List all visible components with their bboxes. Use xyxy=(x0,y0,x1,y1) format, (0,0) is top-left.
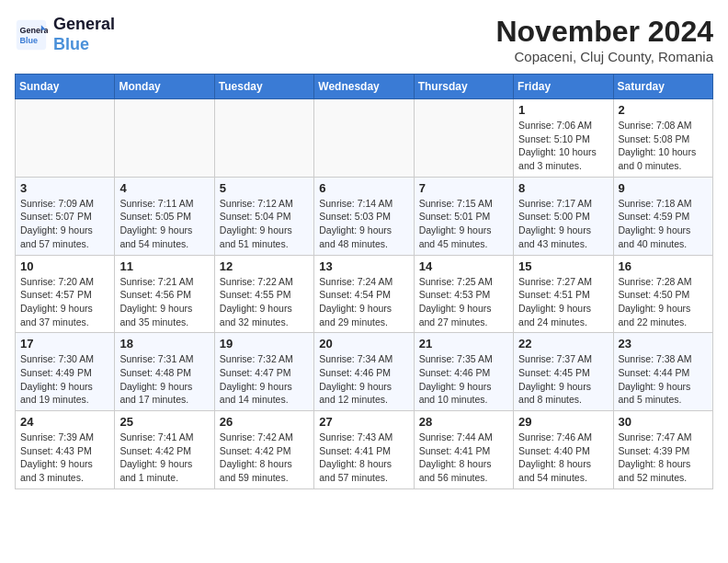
day-number: 18 xyxy=(119,337,209,350)
calendar-cell: 6Sunrise: 7:14 AM Sunset: 5:03 PM Daylig… xyxy=(314,177,414,255)
day-info: Sunrise: 7:43 AM Sunset: 4:41 PM Dayligh… xyxy=(319,431,408,485)
day-number: 6 xyxy=(319,181,408,195)
calendar-header-row: SundayMondayTuesdayWednesdayThursdayFrid… xyxy=(16,75,713,99)
calendar-week-row: 3Sunrise: 7:09 AM Sunset: 5:07 PM Daylig… xyxy=(16,177,713,255)
day-number: 13 xyxy=(319,259,408,273)
calendar-cell: 26Sunrise: 7:42 AM Sunset: 4:42 PM Dayli… xyxy=(214,411,313,489)
day-info: Sunrise: 7:17 AM Sunset: 5:00 PM Dayligh… xyxy=(518,197,608,251)
day-number: 12 xyxy=(220,259,309,273)
day-number: 10 xyxy=(20,259,109,273)
calendar-cell: 11Sunrise: 7:21 AM Sunset: 4:56 PM Dayli… xyxy=(115,255,214,333)
calendar-cell xyxy=(414,99,513,178)
logo: General Blue GeneralBlue xyxy=(15,15,115,54)
calendar-week-row: 1Sunrise: 7:06 AM Sunset: 5:10 PM Daylig… xyxy=(16,99,713,178)
weekday-header: Wednesday xyxy=(314,75,414,99)
calendar-cell: 24Sunrise: 7:39 AM Sunset: 4:43 PM Dayli… xyxy=(16,411,115,489)
day-number: 8 xyxy=(518,181,608,195)
day-number: 26 xyxy=(220,415,309,429)
calendar-cell: 22Sunrise: 7:37 AM Sunset: 4:45 PM Dayli… xyxy=(514,333,613,411)
day-info: Sunrise: 7:12 AM Sunset: 5:04 PM Dayligh… xyxy=(220,197,309,251)
calendar-cell: 4Sunrise: 7:11 AM Sunset: 5:05 PM Daylig… xyxy=(115,177,214,255)
day-number: 30 xyxy=(619,415,708,429)
calendar-cell: 16Sunrise: 7:28 AM Sunset: 4:50 PM Dayli… xyxy=(613,255,712,333)
calendar-week-row: 10Sunrise: 7:20 AM Sunset: 4:57 PM Dayli… xyxy=(16,255,713,333)
calendar: SundayMondayTuesdayWednesdayThursdayFrid… xyxy=(15,74,713,489)
weekday-header: Saturday xyxy=(613,75,712,99)
day-info: Sunrise: 7:42 AM Sunset: 4:42 PM Dayligh… xyxy=(220,431,309,485)
calendar-cell: 27Sunrise: 7:43 AM Sunset: 4:41 PM Dayli… xyxy=(314,411,414,489)
day-info: Sunrise: 7:39 AM Sunset: 4:43 PM Dayligh… xyxy=(20,431,109,485)
day-info: Sunrise: 7:30 AM Sunset: 4:49 PM Dayligh… xyxy=(20,352,109,407)
weekday-header: Sunday xyxy=(16,75,115,99)
day-info: Sunrise: 7:47 AM Sunset: 4:39 PM Dayligh… xyxy=(619,431,708,485)
day-info: Sunrise: 7:15 AM Sunset: 5:01 PM Dayligh… xyxy=(419,197,508,251)
day-info: Sunrise: 7:08 AM Sunset: 5:08 PM Dayligh… xyxy=(619,119,708,173)
day-info: Sunrise: 7:21 AM Sunset: 4:56 PM Dayligh… xyxy=(119,275,209,329)
calendar-cell: 10Sunrise: 7:20 AM Sunset: 4:57 PM Dayli… xyxy=(16,255,115,333)
day-number: 19 xyxy=(220,337,309,350)
day-info: Sunrise: 7:44 AM Sunset: 4:41 PM Dayligh… xyxy=(419,431,508,485)
calendar-cell xyxy=(115,99,214,178)
day-info: Sunrise: 7:32 AM Sunset: 4:47 PM Dayligh… xyxy=(220,352,309,407)
day-number: 4 xyxy=(119,181,209,195)
calendar-cell: 21Sunrise: 7:35 AM Sunset: 4:46 PM Dayli… xyxy=(414,333,513,411)
calendar-cell: 2Sunrise: 7:08 AM Sunset: 5:08 PM Daylig… xyxy=(613,99,712,178)
weekday-header: Friday xyxy=(514,75,613,99)
day-number: 23 xyxy=(619,337,708,350)
location: Copaceni, Cluj County, Romania xyxy=(495,49,713,64)
day-number: 25 xyxy=(119,415,209,429)
day-info: Sunrise: 7:22 AM Sunset: 4:55 PM Dayligh… xyxy=(220,275,309,329)
day-number: 21 xyxy=(419,337,508,350)
day-info: Sunrise: 7:27 AM Sunset: 4:51 PM Dayligh… xyxy=(518,275,608,329)
day-number: 7 xyxy=(419,181,508,195)
logo-text: GeneralBlue xyxy=(53,15,115,54)
day-number: 20 xyxy=(319,337,408,350)
page-header: General Blue GeneralBlue November 2024 C… xyxy=(15,15,713,64)
calendar-week-row: 17Sunrise: 7:30 AM Sunset: 4:49 PM Dayli… xyxy=(16,333,713,411)
svg-text:Blue: Blue xyxy=(19,36,38,45)
calendar-cell: 13Sunrise: 7:24 AM Sunset: 4:54 PM Dayli… xyxy=(314,255,414,333)
day-info: Sunrise: 7:37 AM Sunset: 4:45 PM Dayligh… xyxy=(518,352,608,407)
calendar-cell: 29Sunrise: 7:46 AM Sunset: 4:40 PM Dayli… xyxy=(514,411,613,489)
day-info: Sunrise: 7:20 AM Sunset: 4:57 PM Dayligh… xyxy=(20,275,109,329)
day-number: 11 xyxy=(119,259,209,273)
calendar-cell: 1Sunrise: 7:06 AM Sunset: 5:10 PM Daylig… xyxy=(514,99,613,178)
day-number: 15 xyxy=(518,259,608,273)
calendar-cell: 28Sunrise: 7:44 AM Sunset: 4:41 PM Dayli… xyxy=(414,411,513,489)
calendar-week-row: 24Sunrise: 7:39 AM Sunset: 4:43 PM Dayli… xyxy=(16,411,713,489)
day-info: Sunrise: 7:38 AM Sunset: 4:44 PM Dayligh… xyxy=(619,352,708,407)
weekday-header: Thursday xyxy=(414,75,513,99)
calendar-cell: 30Sunrise: 7:47 AM Sunset: 4:39 PM Dayli… xyxy=(613,411,712,489)
calendar-cell: 12Sunrise: 7:22 AM Sunset: 4:55 PM Dayli… xyxy=(214,255,313,333)
day-info: Sunrise: 7:34 AM Sunset: 4:46 PM Dayligh… xyxy=(319,352,408,407)
logo-icon: General Blue xyxy=(15,18,48,52)
calendar-cell: 7Sunrise: 7:15 AM Sunset: 5:01 PM Daylig… xyxy=(414,177,513,255)
day-info: Sunrise: 7:31 AM Sunset: 4:48 PM Dayligh… xyxy=(119,352,209,407)
day-info: Sunrise: 7:46 AM Sunset: 4:40 PM Dayligh… xyxy=(518,431,608,485)
calendar-cell: 5Sunrise: 7:12 AM Sunset: 5:04 PM Daylig… xyxy=(214,177,313,255)
day-number: 29 xyxy=(518,415,608,429)
day-info: Sunrise: 7:24 AM Sunset: 4:54 PM Dayligh… xyxy=(319,275,408,329)
day-number: 28 xyxy=(419,415,508,429)
title-block: November 2024 Copaceni, Cluj County, Rom… xyxy=(495,15,713,64)
day-info: Sunrise: 7:18 AM Sunset: 4:59 PM Dayligh… xyxy=(619,197,708,251)
day-info: Sunrise: 7:06 AM Sunset: 5:10 PM Dayligh… xyxy=(518,119,608,173)
calendar-cell: 8Sunrise: 7:17 AM Sunset: 5:00 PM Daylig… xyxy=(514,177,613,255)
day-number: 9 xyxy=(619,181,708,195)
day-info: Sunrise: 7:28 AM Sunset: 4:50 PM Dayligh… xyxy=(619,275,708,329)
day-info: Sunrise: 7:41 AM Sunset: 4:42 PM Dayligh… xyxy=(119,431,209,485)
day-number: 17 xyxy=(20,337,109,350)
calendar-cell xyxy=(16,99,115,178)
day-info: Sunrise: 7:09 AM Sunset: 5:07 PM Dayligh… xyxy=(20,197,109,251)
calendar-cell: 17Sunrise: 7:30 AM Sunset: 4:49 PM Dayli… xyxy=(16,333,115,411)
calendar-cell: 15Sunrise: 7:27 AM Sunset: 4:51 PM Dayli… xyxy=(514,255,613,333)
calendar-cell: 14Sunrise: 7:25 AM Sunset: 4:53 PM Dayli… xyxy=(414,255,513,333)
day-info: Sunrise: 7:25 AM Sunset: 4:53 PM Dayligh… xyxy=(419,275,508,329)
calendar-cell xyxy=(314,99,414,178)
calendar-cell: 25Sunrise: 7:41 AM Sunset: 4:42 PM Dayli… xyxy=(115,411,214,489)
weekday-header: Tuesday xyxy=(214,75,313,99)
svg-text:General: General xyxy=(19,26,48,35)
day-number: 3 xyxy=(20,181,109,195)
day-number: 22 xyxy=(518,337,608,350)
day-number: 16 xyxy=(619,259,708,273)
